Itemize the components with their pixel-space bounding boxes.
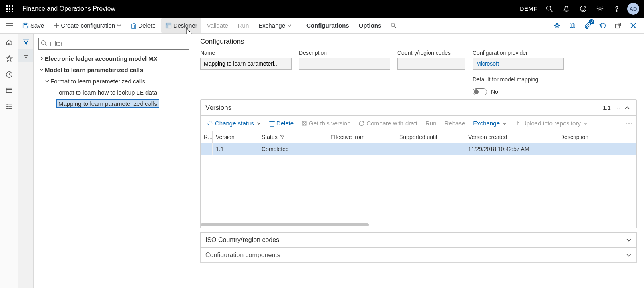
chevron-down-icon bbox=[117, 23, 121, 28]
chevron-down-icon[interactable] bbox=[44, 79, 50, 83]
country-label: Country/region codes bbox=[397, 50, 465, 56]
version-delete-button[interactable]: Delete bbox=[266, 117, 297, 130]
chevron-down-icon bbox=[287, 23, 292, 28]
smile-icon[interactable] bbox=[575, 1, 591, 17]
col-header[interactable]: Description bbox=[557, 131, 603, 143]
svg-rect-20 bbox=[24, 23, 27, 24]
chevron-right-icon[interactable] bbox=[38, 56, 45, 60]
provider-label: Configuration provider bbox=[473, 50, 564, 56]
help-icon[interactable] bbox=[609, 1, 625, 17]
name-field[interactable] bbox=[200, 58, 292, 70]
menu-button[interactable] bbox=[2, 18, 17, 33]
col-header[interactable]: Effective from bbox=[327, 131, 396, 143]
change-status-button[interactable]: Change status bbox=[204, 117, 264, 130]
star-icon[interactable] bbox=[1, 51, 17, 66]
bell-icon[interactable] bbox=[558, 1, 574, 17]
svg-rect-42 bbox=[8, 43, 10, 45]
rebase-button[interactable]: Rebase bbox=[441, 117, 469, 130]
funnel-icon[interactable] bbox=[19, 35, 33, 49]
col-header[interactable]: Status bbox=[258, 131, 327, 143]
svg-rect-24 bbox=[132, 24, 136, 28]
save-button[interactable]: Save bbox=[18, 18, 48, 33]
version-dash: -- bbox=[614, 105, 623, 111]
upload-button[interactable]: Upload into repository bbox=[512, 117, 591, 130]
country-field[interactable] bbox=[397, 58, 465, 70]
col-header[interactable]: R... bbox=[201, 131, 213, 143]
svg-point-12 bbox=[582, 8, 582, 8]
grid-cell: 1.1 bbox=[213, 143, 258, 155]
save-label: Save bbox=[30, 22, 44, 29]
app-launcher[interactable] bbox=[2, 1, 18, 17]
tree-item[interactable]: Model to learn parameterized calls bbox=[38, 64, 189, 75]
grid-cell bbox=[557, 143, 603, 155]
popout-icon[interactable] bbox=[611, 18, 625, 33]
default-mapping-toggle[interactable] bbox=[473, 88, 487, 95]
options-button[interactable]: Options bbox=[355, 18, 386, 33]
horizontal-scrollbar[interactable] bbox=[201, 223, 636, 228]
run-button[interactable]: Run bbox=[234, 18, 253, 33]
svg-marker-43 bbox=[6, 56, 12, 61]
versions-header[interactable]: Versions 1.1 -- bbox=[201, 100, 636, 116]
col-header[interactable]: Version bbox=[213, 131, 258, 143]
svg-marker-65 bbox=[280, 135, 284, 138]
get-version-button[interactable]: Get this version bbox=[298, 117, 354, 130]
col-header[interactable]: Supported until bbox=[396, 131, 465, 143]
grid-row[interactable]: 1.1 Completed 11/29/2018 10:42:57 AM bbox=[201, 143, 636, 155]
tree-label: Mapping to learn parameterized calls bbox=[57, 100, 159, 107]
svg-point-52 bbox=[6, 108, 7, 109]
default-mapping-value: No bbox=[491, 89, 498, 95]
svg-rect-21 bbox=[24, 26, 27, 28]
create-label: Create configuration bbox=[61, 22, 115, 29]
close-button[interactable] bbox=[626, 18, 640, 33]
chevron-up-icon[interactable] bbox=[623, 105, 632, 111]
grid-cell bbox=[396, 143, 465, 155]
svg-point-15 bbox=[616, 11, 617, 11]
tree-label: Format to learn how to lookup LE data bbox=[55, 89, 157, 96]
exchange-button[interactable]: Exchange bbox=[254, 18, 296, 33]
search-icon[interactable] bbox=[541, 1, 557, 17]
tree-item[interactable]: Electronic ledger accounting model MX bbox=[38, 53, 189, 64]
version-exchange-button[interactable]: Exchange bbox=[470, 117, 510, 130]
svg-rect-3 bbox=[6, 8, 8, 10]
recent-icon[interactable] bbox=[1, 67, 17, 82]
version-run-button[interactable]: Run bbox=[422, 117, 440, 130]
action-search-button[interactable] bbox=[387, 18, 400, 33]
tree-label: Electronic ledger accounting model MX bbox=[45, 55, 157, 62]
gear-icon[interactable] bbox=[592, 1, 608, 17]
home-icon[interactable] bbox=[1, 35, 17, 50]
filter-lines-icon[interactable] bbox=[18, 49, 33, 62]
col-header[interactable]: Version created bbox=[465, 131, 557, 143]
filter-input[interactable] bbox=[38, 38, 189, 50]
svg-rect-45 bbox=[6, 88, 12, 93]
attachments-icon[interactable]: 0 bbox=[581, 18, 594, 33]
versions-title: Versions bbox=[205, 104, 231, 112]
list-icon[interactable] bbox=[1, 99, 17, 114]
compare-button[interactable]: Compare with draft bbox=[355, 117, 421, 130]
company-code[interactable]: DEMF bbox=[520, 6, 537, 12]
designer-button[interactable]: Designer bbox=[161, 18, 201, 33]
iso-section-header[interactable]: ISO Country/region codes bbox=[200, 232, 637, 248]
configurations-tab[interactable]: Configurations bbox=[302, 18, 353, 33]
grid-cell: Completed bbox=[258, 143, 327, 155]
description-field[interactable] bbox=[299, 58, 390, 70]
components-section-header[interactable]: Configuration components bbox=[200, 248, 637, 263]
delete-button[interactable]: Delete bbox=[127, 18, 159, 33]
svg-marker-35 bbox=[555, 24, 558, 27]
more-actions-icon[interactable]: ··· bbox=[625, 119, 633, 127]
workspace-icon[interactable] bbox=[1, 83, 17, 98]
chevron-down-icon[interactable] bbox=[38, 68, 45, 72]
create-configuration-button[interactable]: Create configuration bbox=[50, 18, 125, 33]
diamond-icon[interactable] bbox=[550, 18, 564, 33]
grid-cell bbox=[201, 143, 213, 155]
tree-item-selected[interactable]: Mapping to learn parameterized calls bbox=[38, 98, 189, 109]
refresh-icon[interactable] bbox=[596, 18, 610, 33]
provider-field[interactable] bbox=[473, 58, 564, 70]
tree-item[interactable]: Format to learn how to lookup LE data bbox=[38, 87, 189, 98]
map-icon[interactable] bbox=[566, 18, 579, 33]
tree-item[interactable]: Format to learn parameterized calls bbox=[38, 75, 189, 87]
svg-point-50 bbox=[6, 106, 7, 107]
svg-rect-4 bbox=[9, 8, 10, 10]
user-avatar[interactable]: AD bbox=[627, 3, 639, 15]
svg-rect-1 bbox=[9, 5, 10, 7]
validate-button[interactable]: Validate bbox=[203, 18, 232, 33]
